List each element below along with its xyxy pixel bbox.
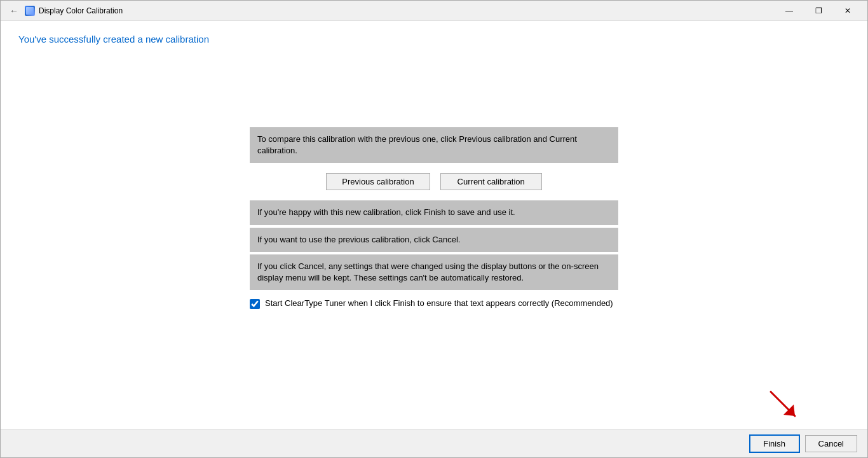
main-window: ← Display Color Calibration — ❐ ✕ You've… — [0, 0, 868, 458]
previous-calibration-button[interactable]: Previous calibration — [326, 173, 430, 190]
instruction1-box: If you're happy with this new calibratio… — [250, 200, 618, 225]
info-section: To compare this calibration with the pre… — [250, 127, 618, 309]
bottom-spacer — [18, 309, 850, 429]
footer: Finish Cancel — [1, 429, 867, 457]
close-button[interactable]: ✕ — [833, 1, 862, 21]
window-title: Display Color Calibration — [39, 6, 775, 15]
cleartype-checkbox-area: Start ClearType Tuner when I click Finis… — [250, 298, 618, 309]
cleartype-checkbox[interactable] — [250, 299, 260, 309]
back-button[interactable]: ← — [6, 4, 22, 17]
header-area: You've successfully created a new calibr… — [1, 21, 867, 51]
instruction2-text: If you want to use the previous calibrat… — [257, 235, 460, 244]
finish-button[interactable]: Finish — [749, 434, 800, 453]
minimize-button[interactable]: — — [775, 1, 804, 21]
window-icon — [25, 6, 35, 16]
titlebar-controls: — ❐ ✕ — [775, 1, 862, 21]
cleartype-label[interactable]: Start ClearType Tuner when I click Finis… — [265, 298, 613, 309]
success-message: You've successfully created a new calibr… — [18, 34, 209, 45]
calibration-buttons-row: Previous calibration Current calibration — [250, 173, 618, 190]
compare-info-box: To compare this calibration with the pre… — [250, 127, 618, 163]
cancel-button[interactable]: Cancel — [805, 435, 857, 452]
main-area: To compare this calibration with the pre… — [1, 51, 867, 429]
compare-text: To compare this calibration with the pre… — [257, 134, 577, 155]
instruction3-text: If you click Cancel, any settings that w… — [257, 261, 599, 282]
instruction1-text: If you're happy with this new calibratio… — [257, 207, 515, 217]
titlebar: ← Display Color Calibration — ❐ ✕ — [1, 1, 867, 21]
content-area: You've successfully created a new calibr… — [1, 21, 867, 429]
instruction3-box: If you click Cancel, any settings that w… — [250, 254, 618, 290]
maximize-button[interactable]: ❐ — [804, 1, 833, 21]
top-spacer — [18, 51, 850, 127]
current-calibration-button[interactable]: Current calibration — [440, 173, 542, 190]
instruction2-box: If you want to use the previous calibrat… — [250, 228, 618, 252]
